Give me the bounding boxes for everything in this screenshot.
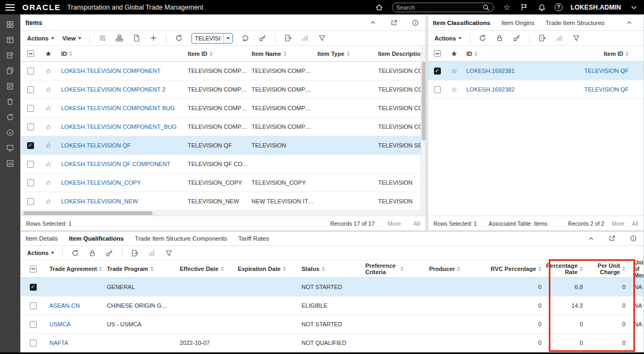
actions-menu-button[interactable]: Actions bbox=[27, 35, 54, 42]
table-row[interactable]: ☆ LOKESH.1692382 TELEVISION QF bbox=[428, 80, 643, 99]
collapse-panel-icon[interactable] bbox=[586, 233, 596, 244]
new-document-icon[interactable] bbox=[132, 34, 141, 43]
item-id-link[interactable]: LOKESH.TELEVISION COMPONENT BUG bbox=[57, 105, 183, 111]
table-row-selected[interactable]: ✓ ☆ LOKESH.TELEVISION QF TELEVISION QF T… bbox=[21, 136, 425, 155]
row-checkbox[interactable] bbox=[27, 179, 34, 186]
lock-icon[interactable] bbox=[495, 34, 504, 43]
table-row[interactable]: ☆ LOKESH.TELEVISION_NEW TELEVISION_NEW N… bbox=[21, 192, 425, 211]
manage-columns-icon[interactable] bbox=[98, 34, 107, 43]
lock-icon[interactable] bbox=[88, 249, 97, 258]
item-id-cell[interactable]: TELEVISION QF bbox=[569, 68, 643, 74]
flag-icon[interactable] bbox=[520, 3, 529, 12]
trade-agreement-link[interactable]: USMCA bbox=[45, 321, 103, 327]
row-checkbox[interactable] bbox=[30, 321, 37, 328]
combobox-dropdown-icon[interactable] bbox=[223, 34, 232, 43]
favorite-star-icon[interactable]: ☆ bbox=[40, 142, 57, 150]
favorite-star-icon[interactable]: ☆ bbox=[40, 123, 57, 131]
filter-icon[interactable] bbox=[317, 34, 327, 43]
refresh-icon[interactable] bbox=[478, 34, 487, 43]
info-icon[interactable] bbox=[6, 128, 15, 137]
table-row-selected[interactable]: ✓ ☆ LOKESH.1692381 TELEVISION QF bbox=[428, 62, 643, 80]
table-row[interactable]: ☆ LOKESH.TELEVISION COMPONENT_BUG TELEVI… bbox=[21, 118, 425, 136]
item-id-link[interactable]: LOKESH.TELEVISION QF COMPONENT bbox=[57, 161, 183, 167]
column-header-item-description[interactable]: Item Description bbox=[374, 51, 425, 57]
classification-id-link[interactable]: LOKESH.1692382 bbox=[462, 86, 569, 93]
horizontal-scrollbar[interactable] bbox=[21, 211, 425, 216]
item-id-cell[interactable]: TELEVISION QF bbox=[569, 86, 643, 93]
column-header-percentage-rate[interactable]: Percentage Rate bbox=[546, 262, 587, 275]
row-checkbox[interactable] bbox=[27, 105, 34, 112]
global-search[interactable] bbox=[392, 3, 494, 12]
row-checkbox[interactable]: ✓ bbox=[27, 142, 34, 149]
add-icon[interactable] bbox=[149, 34, 158, 43]
key-icon[interactable] bbox=[512, 34, 521, 43]
key-icon[interactable] bbox=[258, 34, 267, 43]
trade-agreement-link[interactable]: ASEAN-CN bbox=[45, 302, 103, 309]
monitor-icon[interactable] bbox=[6, 143, 15, 152]
favorite-star-icon[interactable]: ☆ bbox=[446, 86, 462, 94]
search-icon[interactable] bbox=[482, 4, 490, 11]
search-input[interactable] bbox=[396, 4, 479, 11]
column-header-unit-of-measure[interactable]: Unit of Measure bbox=[630, 259, 643, 278]
column-header-trade-program[interactable]: Trade Program bbox=[103, 266, 175, 272]
favorite-star-icon[interactable]: ☆ bbox=[446, 67, 462, 75]
scrollbar-thumb[interactable] bbox=[23, 211, 153, 215]
column-header-id[interactable]: ID bbox=[462, 51, 569, 57]
item-id-link[interactable]: LOKESH.TELEVISION_NEW bbox=[57, 198, 183, 204]
grid-icon[interactable] bbox=[6, 20, 15, 29]
row-checkbox[interactable] bbox=[27, 68, 34, 75]
item-id-link[interactable]: LOKESH.TELEVISION COMPONENT bbox=[57, 68, 183, 74]
column-header-producer[interactable]: Producer bbox=[425, 266, 489, 272]
export-icon[interactable] bbox=[283, 34, 292, 43]
more-link[interactable]: More bbox=[388, 220, 401, 227]
filter-icon[interactable] bbox=[572, 34, 581, 43]
column-header-item-name[interactable]: Item Name bbox=[247, 51, 313, 57]
favorite-star-icon[interactable]: ☆ bbox=[40, 86, 57, 94]
document-icon[interactable] bbox=[6, 81, 15, 90]
column-header-preference-criteria[interactable]: Preference Criteria bbox=[361, 262, 425, 275]
info-icon[interactable] bbox=[628, 233, 639, 244]
export-icon[interactable] bbox=[130, 249, 139, 258]
all-link[interactable]: All bbox=[414, 220, 420, 227]
item-id-link[interactable]: LOKESH.TELEVISION_COPY bbox=[57, 179, 183, 186]
export-icon[interactable] bbox=[538, 34, 547, 43]
tab-item-qualifications[interactable]: Item Qualifications bbox=[69, 235, 124, 242]
row-checkbox[interactable] bbox=[30, 302, 37, 309]
user-chevron-down-icon[interactable] bbox=[629, 3, 639, 12]
favorite-star-icon[interactable]: ☆ bbox=[40, 179, 57, 187]
hierarchy-icon[interactable] bbox=[115, 34, 124, 43]
row-checkbox[interactable] bbox=[27, 86, 34, 93]
favorites-star-icon[interactable]: ☆ bbox=[502, 3, 512, 12]
column-header-trade-agreement[interactable]: Trade Agreement bbox=[45, 266, 103, 272]
chart-icon[interactable] bbox=[555, 34, 564, 43]
trade-agreement-link[interactable]: NAFTA bbox=[45, 340, 103, 346]
notifications-bell-icon[interactable] bbox=[537, 3, 547, 12]
spreadsheet-icon[interactable] bbox=[6, 35, 15, 44]
column-header-item-id[interactable]: Item ID bbox=[569, 51, 643, 57]
row-checkbox[interactable] bbox=[30, 340, 37, 347]
favorite-column-icon[interactable]: ★ bbox=[446, 50, 462, 57]
column-header-effective-date[interactable]: Effective Date bbox=[175, 266, 233, 272]
item-id-link[interactable]: LOKESH.TELEVISION COMPONENT 2 bbox=[57, 86, 183, 93]
row-checkbox[interactable] bbox=[434, 86, 441, 93]
report-icon[interactable] bbox=[6, 159, 15, 168]
tab-item-classifications[interactable]: Item Classifications bbox=[433, 20, 490, 26]
chart-icon[interactable] bbox=[300, 34, 310, 43]
table-row[interactable]: ☆ LOKESH.TELEVISION COMPONENT 2 TELEVISI… bbox=[21, 80, 425, 99]
row-checkbox[interactable]: ✓ bbox=[434, 68, 441, 75]
row-checkbox[interactable] bbox=[27, 124, 34, 130]
row-checkbox[interactable] bbox=[27, 198, 34, 205]
edit-document-icon[interactable] bbox=[6, 51, 15, 60]
tab-item-details[interactable]: Item Details bbox=[26, 235, 58, 242]
table-row[interactable]: USMCA US - USMCA NOT STARTED 0 0 0 NA bbox=[21, 315, 643, 334]
column-header-status[interactable]: Status bbox=[297, 266, 361, 272]
favorite-star-icon[interactable]: ☆ bbox=[40, 160, 57, 168]
refresh-icon[interactable] bbox=[71, 249, 80, 258]
row-checkbox[interactable] bbox=[27, 161, 34, 168]
table-row[interactable]: ☆ LOKESH.TELEVISION_COPY TELEVISION_COPY… bbox=[21, 174, 425, 192]
info-icon[interactable] bbox=[410, 18, 421, 28]
copy-icon[interactable] bbox=[6, 66, 15, 75]
column-header-rvc-percentage[interactable]: RVC Percentage bbox=[489, 266, 546, 272]
classification-id-link[interactable]: LOKESH.1692381 bbox=[462, 68, 569, 74]
table-row[interactable]: NAFTA 2022-10-07 NOT QUALIFIED 0 0 0 bbox=[21, 334, 643, 352]
